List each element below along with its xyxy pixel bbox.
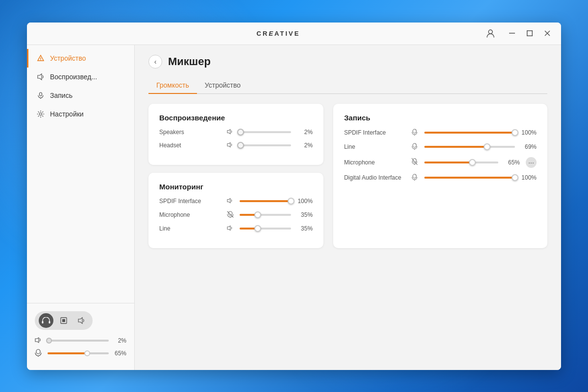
mon-spdif-label: SPDIF Interface (159, 198, 223, 205)
tab-volume[interactable]: Громкость (148, 77, 197, 94)
svg-point-0 (489, 30, 492, 34)
user-icon-button[interactable] (483, 25, 498, 41)
bottom-mic-row: 65% (35, 349, 126, 358)
sidebar-settings-label: Настройки (50, 110, 84, 118)
mon-spdif-value: 100% (295, 198, 313, 205)
bottom-mic-fill (48, 352, 87, 354)
svg-rect-33 (413, 174, 416, 178)
mon-mic-row: Microphone (159, 211, 313, 219)
rec-line-thumb (484, 143, 490, 150)
bottom-mic-slider[interactable] (48, 352, 109, 354)
rec-spdif-icon (412, 129, 420, 137)
rec-digital-row: Digital Audio Interface 1 (344, 174, 537, 182)
sidebar-device-label: Устройство (50, 54, 86, 62)
rec-mic-fill (424, 161, 472, 163)
bottom-mic-value: 65% (113, 350, 126, 357)
speakers-row: Speakers 2% (159, 129, 313, 136)
mic-icon (36, 91, 45, 100)
svg-rect-14 (62, 319, 65, 322)
mon-mic-thumb (254, 211, 261, 218)
svg-marker-7 (38, 74, 42, 80)
svg-point-10 (40, 113, 42, 115)
sidebar-item-device[interactable]: Устройство (27, 49, 134, 68)
monitoring-card: Мониторинг SPDIF Interface (148, 173, 323, 248)
rec-spdif-label: SPDIF Interface (344, 129, 408, 136)
minimize-button[interactable] (504, 25, 520, 41)
square-device-btn[interactable] (56, 313, 71, 328)
app-window: CREATIVE (27, 23, 561, 370)
sidebar-bottom: 2% 65% (27, 303, 134, 370)
svg-rect-8 (40, 92, 42, 96)
mon-spdif-track[interactable] (240, 200, 291, 202)
rec-digital-value: 100% (519, 174, 537, 181)
sidebar-item-playback[interactable]: Воспроизвед... (27, 68, 134, 86)
headset-label: Headset (159, 142, 223, 149)
window-controls (483, 25, 555, 41)
mon-line-label: Line (159, 225, 223, 232)
playback-card: Воспроизведение Speakers (148, 104, 323, 165)
sidebar: Устройство Воспроизвед... (27, 45, 135, 370)
back-button[interactable]: ‹ (148, 55, 162, 69)
headset-thumb (237, 142, 244, 149)
bottom-mic-icon (35, 349, 44, 358)
headset-track[interactable] (240, 144, 291, 146)
svg-rect-22 (228, 211, 232, 215)
device-icon-group (35, 311, 93, 330)
sidebar-record-label: Запись (50, 92, 73, 99)
rec-line-track[interactable] (424, 146, 515, 148)
headset-row: Headset 2% (159, 142, 313, 149)
rec-spdif-fill (424, 132, 515, 134)
mon-spdif-fill (240, 200, 291, 202)
record-card: Запись SPDIF Interface (333, 104, 547, 248)
svg-marker-21 (227, 198, 230, 203)
speaker-icon (36, 72, 45, 81)
speakers-value: 2% (295, 129, 313, 136)
svg-point-6 (40, 59, 41, 60)
alert-icon (36, 54, 45, 63)
tab-device[interactable]: Устройство (197, 77, 248, 94)
svg-marker-19 (227, 129, 230, 134)
sidebar-item-settings[interactable]: Настройки (27, 105, 134, 123)
content-area: ‹ Микшер Громкость Устройство Воспроизве… (135, 45, 561, 370)
rec-spdif-track[interactable] (424, 132, 515, 134)
bottom-volume-row: 2% (35, 337, 126, 345)
speaker-device-btn[interactable] (74, 313, 89, 328)
bottom-volume-slider[interactable] (48, 340, 109, 342)
svg-rect-12 (49, 321, 50, 323)
cards-row: Воспроизведение Speakers (148, 104, 547, 248)
mon-line-value: 35% (295, 225, 313, 232)
close-button[interactable] (539, 25, 555, 41)
headset-icon (227, 142, 236, 149)
page-header: ‹ Микшер (148, 55, 547, 69)
svg-rect-28 (413, 143, 416, 147)
rec-mic-track[interactable] (424, 161, 498, 163)
mon-mic-value: 35% (295, 211, 313, 218)
rec-mic-label: Microphone (344, 159, 408, 166)
rec-line-value: 69% (519, 143, 537, 150)
rec-mic-value: 65% (502, 159, 520, 166)
rec-mic-more-button[interactable]: ··· (526, 157, 537, 168)
svg-marker-20 (227, 142, 230, 147)
headset-value: 2% (295, 142, 313, 149)
svg-rect-2 (527, 31, 533, 36)
speakers-track[interactable] (240, 131, 291, 133)
maximize-button[interactable] (522, 25, 538, 41)
app-title: CREATIVE (257, 30, 300, 37)
mon-spdif-icon (227, 198, 236, 205)
speakers-label: Speakers (159, 129, 223, 136)
mon-line-track[interactable] (240, 228, 291, 230)
speakers-icon (227, 129, 236, 136)
mon-spdif-row: SPDIF Interface 100% (159, 198, 313, 205)
bottom-volume-icon (35, 337, 44, 345)
playback-card-title: Воспроизведение (159, 114, 313, 122)
sidebar-item-record[interactable]: Запись (27, 86, 134, 105)
mon-line-thumb (254, 225, 261, 232)
rec-line-row: Line 69% (344, 143, 537, 151)
rec-digital-track[interactable] (424, 177, 515, 179)
monitoring-card-title: Мониторинг (159, 183, 313, 191)
rec-line-fill (424, 146, 487, 148)
headphone-device-btn[interactable] (39, 313, 53, 328)
rec-digital-fill (424, 177, 515, 179)
mon-mic-track[interactable] (240, 214, 291, 216)
mon-line-row: Line 35% (159, 225, 313, 232)
